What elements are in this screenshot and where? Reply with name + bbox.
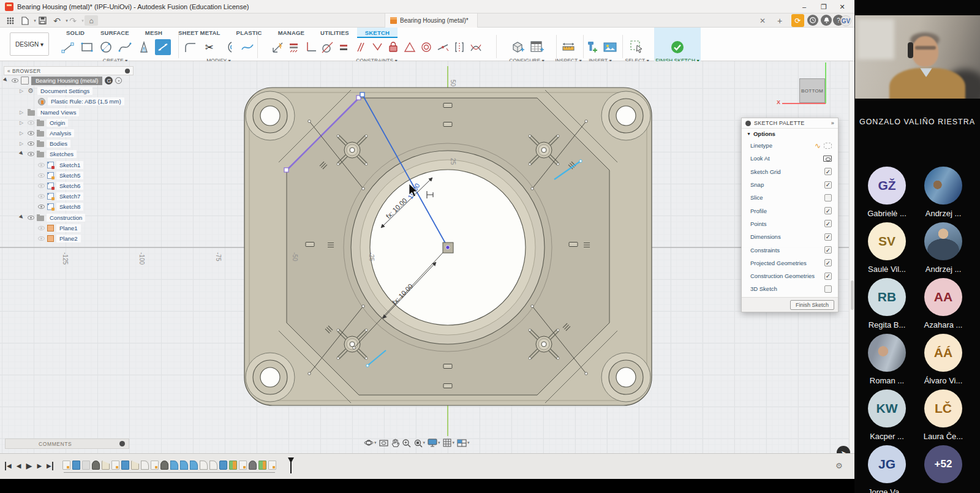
scrollbar-thumb[interactable]	[851, 280, 854, 310]
visibility-eye-icon[interactable]	[38, 194, 45, 198]
look-at-face-icon[interactable]	[379, 438, 388, 447]
timeline-feature-icon[interactable]	[190, 461, 198, 470]
home-view-icon[interactable]: ⌂	[85, 15, 98, 26]
corner-hole[interactable]	[246, 353, 295, 402]
corner-hole[interactable]	[601, 91, 650, 140]
model-canvas[interactable]: fx: 10.00 fx: 10.00 10.00 -125 -100 -75	[0, 61, 854, 453]
timeline-feature-icon[interactable]	[160, 461, 168, 470]
visibility-eye-icon[interactable]	[12, 78, 18, 83]
dimensions-checkbox[interactable]: ✓	[824, 233, 832, 241]
tree-item-sketch5[interactable]: Sketch5	[4, 170, 134, 181]
timeline-feature-icon[interactable]	[62, 461, 70, 470]
expand-icon[interactable]: ▷	[20, 88, 25, 94]
timeline-feature-icon[interactable]	[258, 461, 266, 470]
visibility-eye-icon[interactable]	[38, 184, 45, 188]
timeline-feature-icon[interactable]	[200, 461, 208, 470]
display-settings-icon[interactable]: ▾	[428, 438, 440, 447]
viewports-icon[interactable]: ▾	[457, 439, 470, 447]
measure-icon[interactable]	[560, 39, 576, 55]
constraints-checkbox[interactable]: ✓	[824, 246, 832, 254]
visibility-eye-icon[interactable]	[38, 173, 45, 178]
timeline-feature-icon[interactable]	[151, 461, 159, 470]
timeline-feature-icon[interactable]	[229, 461, 237, 470]
projected-geometries-checkbox[interactable]: ✓	[824, 259, 832, 266]
expand-icon[interactable]: ▶	[18, 214, 26, 222]
job-status-icon[interactable]: ⟳	[791, 14, 804, 27]
3d-sketch-checkbox[interactable]	[824, 285, 832, 293]
expand-icon[interactable]: ▷	[20, 141, 25, 146]
tree-item-sketch8[interactable]: Sketch8	[4, 201, 134, 212]
visibility-eye-icon[interactable]	[38, 226, 45, 230]
timeline-feature-icon[interactable]	[170, 461, 178, 470]
expand-icon[interactable]: ▷	[20, 110, 25, 115]
timeline-feature-icon[interactable]	[180, 461, 188, 470]
minimize-button[interactable]: –	[795, 0, 813, 13]
viewcube-face-label[interactable]: BOTTOM	[799, 78, 825, 103]
participant-tile[interactable]: SVSaulė Vil...	[859, 222, 915, 274]
pan-hand-icon[interactable]	[391, 438, 399, 448]
linetype-spline-icon[interactable]: ∿	[815, 141, 821, 150]
corner-constraint-icon[interactable]	[304, 39, 317, 55]
canvas-scrollbar[interactable]	[849, 61, 854, 453]
insert-image-icon[interactable]	[602, 39, 618, 55]
construction-geometries-checkbox[interactable]: ✓	[824, 273, 832, 280]
cone-tool-icon[interactable]	[136, 39, 152, 55]
participant-tile[interactable]: ÁÁÁlvaro Vi...	[915, 334, 971, 385]
finish-sketch-check-icon[interactable]	[669, 39, 685, 55]
look-at-icon[interactable]	[823, 156, 832, 162]
configure-table-icon[interactable]	[529, 39, 545, 55]
comments-menu-icon[interactable]	[119, 441, 125, 446]
polygon-constraint-icon[interactable]	[403, 39, 417, 55]
notifications-bell-icon[interactable]	[821, 15, 832, 26]
account-avatar[interactable]: GV	[840, 15, 851, 26]
new-tab-icon[interactable]: +	[774, 15, 785, 26]
fillet-tool-icon[interactable]	[183, 39, 198, 55]
visibility-eye-icon[interactable]	[38, 163, 45, 167]
tree-item-document-settings[interactable]: ▷⚙Document Settings	[4, 86, 134, 96]
tree-item-named-views[interactable]: ▷Named Views	[4, 107, 134, 118]
timeline-settings-gear-icon[interactable]: ⚙	[835, 461, 843, 470]
timeline-feature-icon[interactable]	[219, 461, 227, 470]
expand-icon[interactable]: ▷	[20, 120, 25, 126]
equal-constraint-icon[interactable]	[337, 39, 350, 55]
concentric-constraint-icon[interactable]	[420, 39, 433, 55]
tree-item-construction[interactable]: ▶Construction	[4, 212, 134, 222]
finish-sketch-button[interactable]: Finish Sketch	[790, 300, 834, 310]
sketch-grid-checkbox[interactable]: ✓	[824, 168, 832, 175]
visibility-eye-icon[interactable]	[28, 121, 34, 125]
timeline-feature-icon[interactable]	[121, 461, 129, 470]
symmetry-constraint-icon[interactable]	[453, 39, 466, 55]
speaker-video[interactable]	[855, 15, 980, 99]
circle-tool-icon[interactable]	[98, 39, 114, 55]
participant-tile[interactable]: KWKacper ...	[859, 390, 915, 441]
timeline-feature-icon[interactable]	[102, 461, 110, 470]
timeline-feature-icon[interactable]	[72, 461, 80, 470]
comments-bar[interactable]: COMMENTS	[5, 438, 129, 449]
design-workspace-selector[interactable]: DESIGN ▾	[10, 32, 49, 56]
offset-tool-icon[interactable]	[221, 39, 236, 55]
timeline-feature-icon[interactable]	[111, 461, 119, 470]
close-tab-icon[interactable]: ✕	[757, 15, 768, 26]
palette-expand-icon[interactable]: »	[831, 120, 834, 126]
slice-checkbox[interactable]	[824, 194, 832, 201]
visibility-eye-icon[interactable]	[28, 152, 34, 156]
timeline-feature-icon[interactable]	[92, 461, 100, 470]
timeline-feature-icon[interactable]	[249, 461, 257, 470]
zoom-icon[interactable]	[402, 438, 411, 448]
participant-tile[interactable]: Andrzej ...	[915, 222, 971, 274]
participant-tile[interactable]: JGJorge Va...	[859, 445, 915, 493]
visibility-eye-icon[interactable]	[28, 216, 34, 220]
tangent-circle-icon[interactable]	[320, 39, 334, 55]
perpendicular-constraint-icon[interactable]	[370, 39, 383, 55]
fit-icon[interactable]: ▾	[413, 438, 426, 448]
browser-root-row[interactable]: ▶ Bearing Housing (metal) G	[4, 75, 134, 86]
fix-lock-constraint-icon[interactable]	[386, 39, 400, 55]
timeline-feature-icon[interactable]	[82, 461, 90, 470]
expand-icon[interactable]: ▷	[20, 130, 25, 136]
timeline-feature-icon[interactable]	[141, 461, 149, 470]
parallel-constraint-icon[interactable]	[353, 39, 367, 55]
participant-tile[interactable]: RBRegita B...	[859, 278, 915, 329]
sketch-dimension-icon[interactable]	[271, 39, 284, 55]
options-section[interactable]: ▼Options	[742, 129, 838, 139]
midpoint-constraint-icon[interactable]	[436, 39, 450, 55]
